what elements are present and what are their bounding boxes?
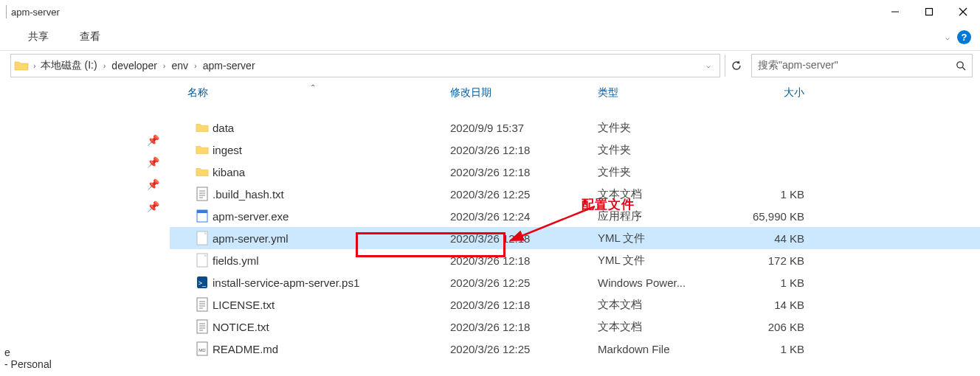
file-size: 1 KB: [723, 343, 812, 355]
chevron-right-icon: ›: [190, 61, 201, 70]
file-type: Windows Power...: [598, 276, 723, 289]
file-icon: [192, 231, 213, 246]
tab-view[interactable]: 查看: [80, 30, 100, 43]
file-date: 2020/3/26 12:25: [450, 276, 598, 289]
sidebar: 📌 📌 📌 📌 e - Personal: [0, 80, 170, 376]
file-row[interactable]: ingest2020/3/26 12:18文件夹: [170, 139, 980, 161]
search-input[interactable]: 搜索"apm-server": [751, 54, 973, 77]
file-date: 2020/9/9 15:37: [450, 122, 598, 134]
file-name: apm-server.exe: [213, 210, 450, 223]
titlebar: apm-server: [0, 0, 980, 24]
titlebar-divider: [6, 5, 7, 18]
file-row[interactable]: .build_hash.txt2020/3/26 12:25文本文档1 KB: [170, 183, 980, 205]
file-name: .build_hash.txt: [213, 188, 450, 201]
svg-rect-22: [197, 320, 207, 333]
columns-header: ⌃ 名称 修改日期 类型 大小: [170, 80, 980, 106]
column-name[interactable]: ⌃ 名称: [170, 86, 450, 100]
file-size: 14 KB: [723, 299, 812, 311]
file-type: 文本文档: [598, 298, 723, 312]
minimize-button[interactable]: [878, 0, 912, 24]
file-name: install-service-apm-server.ps1: [213, 276, 450, 289]
help-icon[interactable]: ?: [957, 30, 971, 44]
file-type: 文本文档: [598, 320, 723, 334]
window-title: apm-server: [11, 7, 60, 18]
svg-text:MD: MD: [199, 348, 206, 352]
ribbon-tabs: 共享 查看 ⌵ ?: [0, 24, 980, 50]
pin-icon: 📌: [147, 178, 159, 190]
file-size: 206 KB: [723, 321, 812, 333]
pin-icon: 📌: [147, 201, 159, 212]
file-type: 文件夹: [598, 165, 723, 179]
search-icon: [956, 60, 966, 71]
file-size: 1 KB: [723, 188, 812, 201]
file-row[interactable]: kibana2020/3/26 12:18文件夹: [170, 161, 980, 183]
file-name: apm-server.yml: [213, 232, 450, 245]
file-size: 172 KB: [723, 254, 812, 267]
file-size: 44 KB: [723, 232, 812, 245]
chevron-down-icon[interactable]: ⌵: [945, 33, 950, 41]
file-row[interactable]: fields.yml2020/3/26 12:18YML 文件172 KB: [170, 249, 980, 271]
tab-share[interactable]: 共享: [28, 30, 49, 43]
file-date: 2020/3/26 12:25: [450, 343, 598, 355]
file-name: NOTICE.txt: [213, 321, 450, 333]
file-type: 文件夹: [598, 143, 723, 157]
file-type: 应用程序: [598, 209, 723, 223]
file-row[interactable]: data2020/9/9 15:37文件夹: [170, 116, 980, 139]
address-bar[interactable]: › 本地磁盘 (I:) › developer › env › apm-serv…: [10, 54, 720, 77]
file-name: fields.yml: [213, 254, 450, 267]
file-row[interactable]: LICENSE.txt2020/3/26 12:18文本文档14 KB: [170, 293, 980, 316]
file-type: Markdown File: [598, 343, 723, 355]
window-controls: [878, 0, 980, 24]
file-name: LICENSE.txt: [213, 299, 450, 311]
close-button[interactable]: [946, 0, 980, 24]
column-size[interactable]: 大小: [723, 86, 812, 100]
sidebar-item-label: e: [1, 347, 170, 358]
file-date: 2020/3/26 12:18: [450, 144, 598, 156]
address-bar-row: › 本地磁盘 (I:) › developer › env › apm-serv…: [0, 50, 980, 80]
file-row[interactable]: MDREADME.md2020/3/26 12:25Markdown File1…: [170, 338, 980, 360]
sidebar-item[interactable]: - Personal: [1, 358, 170, 370]
breadcrumb-item[interactable]: apm-server: [203, 60, 255, 72]
file-date: 2020/3/26 12:18: [450, 321, 598, 333]
folder-icon: [14, 60, 29, 72]
file-date: 2020/3/26 12:25: [450, 188, 598, 201]
column-name-label: 名称: [187, 86, 208, 98]
svg-line-5: [962, 67, 965, 70]
svg-text:>_: >_: [199, 279, 207, 287]
file-date: 2020/3/26 12:18: [450, 299, 598, 311]
file-name: README.md: [213, 343, 450, 355]
breadcrumb-item[interactable]: env: [172, 60, 189, 72]
breadcrumb-item[interactable]: developer: [111, 60, 157, 72]
file-row[interactable]: >_install-service-apm-server.ps12020/3/2…: [170, 271, 980, 293]
file-icon: >_: [192, 275, 213, 290]
file-row[interactable]: apm-server.exe2020/3/26 12:24应用程序65,990 …: [170, 205, 980, 227]
file-icon: [192, 297, 213, 312]
file-icon: MD: [192, 341, 213, 356]
file-row[interactable]: apm-server.yml2020/3/26 12:18YML 文件44 KB: [170, 227, 980, 249]
pin-icon: 📌: [147, 156, 159, 168]
file-date: 2020/3/26 12:24: [450, 210, 598, 223]
svg-rect-12: [197, 210, 207, 213]
breadcrumb-item[interactable]: 本地磁盘 (I:): [41, 59, 97, 72]
file-row[interactable]: NOTICE.txt2020/3/26 12:18文本文档206 KB: [170, 316, 980, 338]
column-modified[interactable]: 修改日期: [450, 86, 598, 100]
maximize-button[interactable]: [912, 0, 946, 24]
file-list: ⌃ 名称 修改日期 类型 大小 data2020/9/9 15:37文件夹ing…: [170, 80, 980, 376]
column-type[interactable]: 类型: [598, 86, 723, 100]
pin-icon: 📌: [147, 134, 159, 146]
file-type: YML 文件: [598, 231, 723, 246]
folder-icon: [192, 142, 213, 157]
chevron-right-icon: ›: [159, 61, 170, 70]
svg-point-4: [957, 61, 963, 67]
refresh-button[interactable]: [725, 55, 747, 77]
chevron-right-icon: ›: [29, 61, 41, 70]
file-date: 2020/3/26 12:18: [450, 166, 598, 178]
file-icon: [192, 187, 213, 201]
svg-rect-1: [926, 9, 933, 15]
file-type: 文本文档: [598, 187, 723, 201]
file-icon: [192, 319, 213, 334]
chevron-down-icon[interactable]: ⌵: [700, 61, 717, 69]
folder-icon: [192, 164, 213, 179]
svg-rect-6: [197, 187, 207, 201]
breadcrumb: 本地磁盘 (I:) › developer › env › apm-server: [41, 59, 255, 72]
